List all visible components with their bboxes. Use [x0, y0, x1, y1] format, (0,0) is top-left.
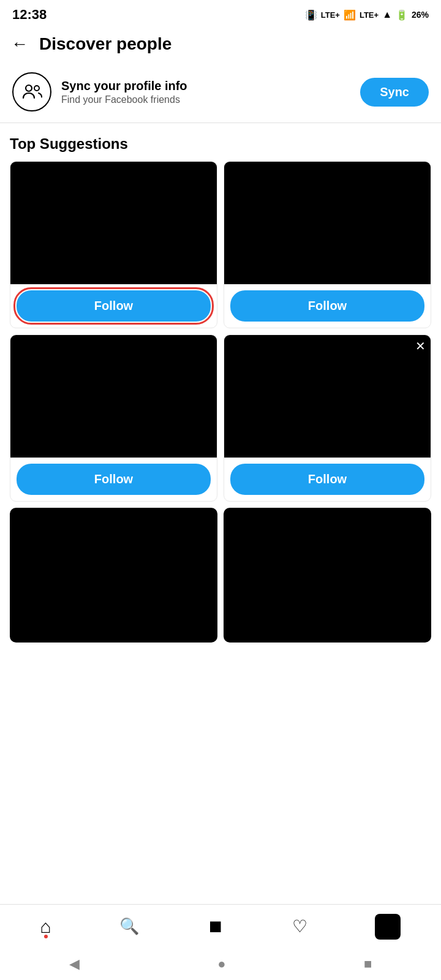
search-icon: 🔍 [119, 917, 139, 936]
card-image-1 [10, 162, 217, 284]
sync-icon-wrapper [12, 72, 51, 111]
svg-point-1 [34, 86, 39, 91]
sync-left: Sync your profile info Find your Faceboo… [12, 72, 187, 111]
suggestions-grid: Follow Follow Follow ✕ Follow [10, 161, 431, 502]
heart-icon: ♡ [292, 916, 307, 937]
follow-button-4[interactable]: Follow [230, 464, 424, 495]
close-icon[interactable]: ✕ [415, 339, 426, 353]
status-icons: 📳 LTE+ 📶 LTE+ ▲ 🔋 26% [305, 9, 429, 21]
nav-home[interactable]: ⌂ [40, 916, 51, 937]
sync-subtitle: Find your Facebook friends [61, 94, 187, 105]
sync-section: Sync your profile info Find your Faceboo… [0, 61, 441, 123]
status-time: 12:38 [12, 7, 47, 23]
nav-search[interactable]: 🔍 [119, 917, 139, 936]
profile-avatar [375, 914, 401, 940]
home-icon: ⌂ [40, 916, 51, 937]
follow-button-3[interactable]: Follow [17, 464, 211, 495]
sync-text-block: Sync your profile info Find your Faceboo… [61, 79, 187, 105]
nav-profile[interactable] [375, 914, 401, 940]
card-image-2 [224, 162, 431, 284]
suggestion-card-2: Follow [224, 161, 431, 328]
reels-icon: ⏹ [207, 916, 224, 937]
system-back-button[interactable]: ◀ [69, 956, 80, 972]
svg-point-0 [26, 85, 32, 91]
partial-card-left [10, 508, 217, 643]
suggestions-section: Top Suggestions Follow Follow Follow ✕ F… [0, 123, 441, 502]
sync-button[interactable]: Sync [360, 78, 429, 107]
card-image-3 [10, 335, 217, 458]
system-nav: ◀ ● ■ [0, 948, 441, 980]
sync-people-icon [21, 81, 43, 103]
partial-cards-row [0, 508, 441, 643]
status-bar: 12:38 📳 LTE+ 📶 LTE+ ▲ 🔋 26% [0, 0, 441, 27]
suggestion-card-3: Follow [10, 334, 217, 502]
system-recent-button[interactable]: ■ [364, 956, 372, 972]
sync-title: Sync your profile info [61, 79, 187, 93]
follow-button-1[interactable]: Follow [17, 290, 211, 322]
partial-card-right [224, 508, 431, 643]
system-home-button[interactable]: ● [217, 956, 225, 972]
battery-icon: 🔋 [396, 9, 408, 21]
follow-button-2[interactable]: Follow [230, 290, 424, 322]
suggestion-card-4: ✕ Follow [224, 334, 431, 502]
battery-percent: 26% [412, 10, 429, 20]
suggestion-card-1: Follow [10, 161, 217, 328]
vibrate-icon: 📳 [305, 9, 317, 21]
back-button[interactable]: ← [11, 34, 28, 54]
lte-icon: LTE+ [321, 10, 340, 20]
signal-icon: LTE+ [360, 10, 379, 20]
home-dot [44, 935, 48, 938]
bottom-nav: ⌂ 🔍 ⏹ ♡ [0, 904, 441, 948]
signal-bars-icon: ▲ [382, 9, 392, 20]
page-header: ← Discover people [0, 27, 441, 61]
wifi-icon: 📶 [344, 9, 356, 21]
page-title: Discover people [39, 34, 172, 54]
nav-likes[interactable]: ♡ [292, 916, 307, 937]
nav-reels[interactable]: ⏹ [207, 916, 224, 937]
suggestions-title: Top Suggestions [10, 135, 431, 153]
card-image-4: ✕ [224, 335, 431, 458]
